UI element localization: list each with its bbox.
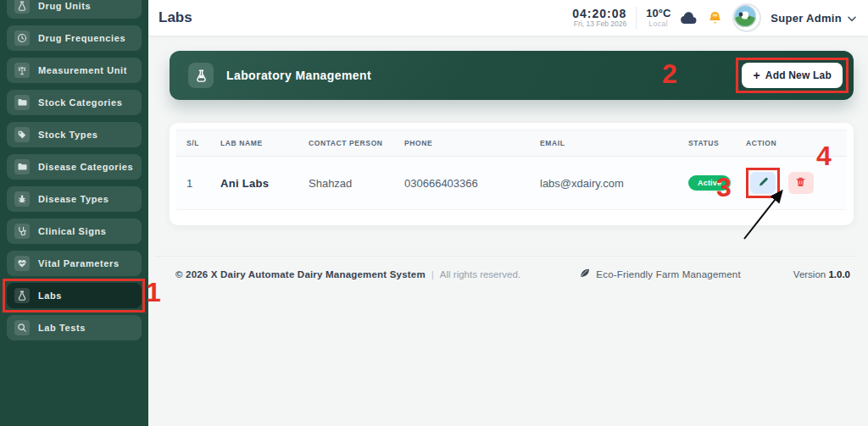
eco-tagline-text: Eco-Friendly Farm Management	[596, 269, 741, 279]
table-row: 1 Ani Labs Shahzad 030666403366 labs@xda…	[176, 157, 847, 210]
labs-table-card: S/L LAB NAME CONTACT PERSON PHONE EMAIL …	[170, 123, 854, 225]
sidebar-item-label: Lab Tests	[38, 323, 86, 333]
flask-icon	[14, 288, 30, 303]
weather-widget: 10°C Local	[646, 8, 670, 29]
heart-icon	[14, 256, 30, 271]
column-header-contact-person: CONTACT PERSON	[298, 130, 394, 157]
sidebar-item-label: Vital Parameters	[38, 258, 120, 268]
sidebar-item-disease-categories[interactable]: Disease Categories	[7, 154, 142, 180]
sidebar: Drug Units Drug Frequencies Measurement …	[0, 0, 148, 426]
add-new-lab-label: Add New Lab	[765, 69, 832, 81]
page-title: Labs	[159, 9, 192, 26]
topbar: Labs 04:20:08 Fri, 13 Feb 2026 10°C Loca…	[148, 0, 868, 36]
chevron-down-icon	[848, 10, 856, 25]
footer-right: Eco-Friendly Farm Management Version 1.0…	[579, 268, 850, 280]
sidebar-item-vital-parameters[interactable]: Vital Parameters	[7, 251, 142, 276]
column-header-lab-name: LAB NAME	[210, 130, 298, 157]
status-badge: Active	[688, 175, 731, 191]
cell-lab-name: Ani Labs	[210, 157, 298, 210]
sidebar-item-lab-tests[interactable]: Lab Tests	[7, 315, 142, 340]
labs-table: S/L LAB NAME CONTACT PERSON PHONE EMAIL …	[176, 130, 847, 210]
version-label: Version	[793, 269, 826, 279]
sidebar-item-drug-units[interactable]: Drug Units	[7, 0, 142, 19]
cell-phone: 030666403366	[394, 157, 530, 210]
column-header-status: STATUS	[678, 130, 736, 157]
sidebar-item-stock-types[interactable]: Stock Types	[7, 122, 142, 147]
sidebar-item-label: Stock Categories	[38, 97, 122, 108]
sidebar-item-label: Disease Categories	[38, 162, 133, 172]
stethoscope-icon	[14, 224, 30, 239]
cell-status: Active	[678, 157, 736, 210]
leaf-icon	[579, 268, 590, 280]
sidebar-item-label: Drug Units	[38, 1, 91, 11]
table-header-row: S/L LAB NAME CONTACT PERSON PHONE EMAIL …	[176, 130, 847, 157]
plus-icon: +	[753, 71, 760, 80]
add-new-lab-button[interactable]: + Add New Lab	[742, 63, 843, 88]
card-title: Laboratory Management	[226, 69, 371, 82]
temperature: 10°C	[646, 8, 670, 20]
bell-icon[interactable]	[707, 10, 723, 26]
app-window: Drug Units Drug Frequencies Measurement …	[0, 0, 868, 426]
version-text: Version 1.0.0	[793, 269, 850, 279]
column-header-phone: PHONE	[394, 130, 530, 157]
footer: © 2026 X Dairy Automate Dairy Management…	[170, 257, 854, 280]
scale-icon	[14, 63, 30, 78]
cell-contact-person: Shahzad	[298, 157, 394, 210]
sidebar-item-stock-categories[interactable]: Stock Categories	[7, 90, 142, 115]
temperature-label: Local	[646, 20, 670, 29]
tag-icon	[14, 127, 30, 142]
folder-icon	[14, 95, 30, 110]
laboratory-management-card: Laboratory Management + Add New Lab	[170, 51, 854, 100]
edit-button[interactable]	[750, 172, 776, 194]
folder-icon	[14, 159, 30, 174]
user-name: Super Admin	[771, 12, 842, 25]
sidebar-item-labs[interactable]: Labs	[7, 283, 142, 308]
cell-sl: 1	[176, 157, 210, 210]
clock-icon	[14, 30, 30, 46]
footer-separator: |	[431, 269, 434, 279]
flask-icon	[14, 0, 30, 14]
sidebar-item-label: Stock Types	[38, 130, 98, 140]
pencil-icon	[758, 176, 769, 190]
sidebar-item-label: Drug Frequencies	[38, 33, 125, 43]
sidebar-item-label: Measurement Unit	[38, 65, 127, 75]
sidebar-item-label: Disease Types	[38, 194, 108, 204]
cell-action	[736, 157, 847, 210]
annotation-box-3	[746, 168, 780, 198]
bug-icon	[14, 191, 30, 207]
content-area: Laboratory Management + Add New Lab	[148, 36, 868, 426]
sidebar-item-label: Clinical Signs	[38, 226, 107, 236]
version-number: 1.0.0	[828, 269, 850, 279]
sidebar-item-clinical-signs[interactable]: Clinical Signs	[7, 219, 142, 244]
trash-icon	[796, 177, 805, 190]
topbar-right-cluster: 04:20:08 Fri, 13 Feb 2026 10°C Local	[572, 3, 856, 32]
main-area: Labs 04:20:08 Fri, 13 Feb 2026 10°C Loca…	[148, 0, 868, 426]
user-menu[interactable]: Super Admin	[771, 10, 856, 25]
sidebar-item-label: Labs	[38, 290, 62, 301]
clock-widget: 04:20:08 Fri, 13 Feb 2026	[572, 7, 626, 29]
search-icon	[14, 320, 30, 335]
eco-tagline: Eco-Friendly Farm Management	[579, 268, 741, 280]
cell-email: labs@xdairy.com	[530, 157, 678, 210]
sidebar-item-measurement-unit[interactable]: Measurement Unit	[7, 58, 142, 83]
column-header-email: EMAIL	[530, 130, 678, 157]
annotation-box-2: + Add New Lab	[736, 58, 849, 93]
divider	[636, 7, 637, 29]
rights-text: All rights reserved.	[440, 269, 520, 279]
cloud-icon	[680, 12, 698, 25]
current-date: Fri, 13 Feb 2026	[572, 20, 626, 29]
sidebar-item-disease-types[interactable]: Disease Types	[7, 186, 142, 212]
delete-button[interactable]	[788, 172, 814, 194]
copyright-text: © 2026 X Dairy Automate Dairy Management…	[175, 269, 426, 279]
column-header-action: ACTION	[736, 130, 847, 157]
sidebar-item-drug-frequencies[interactable]: Drug Frequencies	[7, 25, 142, 51]
column-header-sl: S/L	[176, 130, 210, 157]
flask-icon	[188, 63, 214, 88]
avatar[interactable]	[732, 3, 761, 32]
current-time: 04:20:08	[572, 7, 626, 20]
